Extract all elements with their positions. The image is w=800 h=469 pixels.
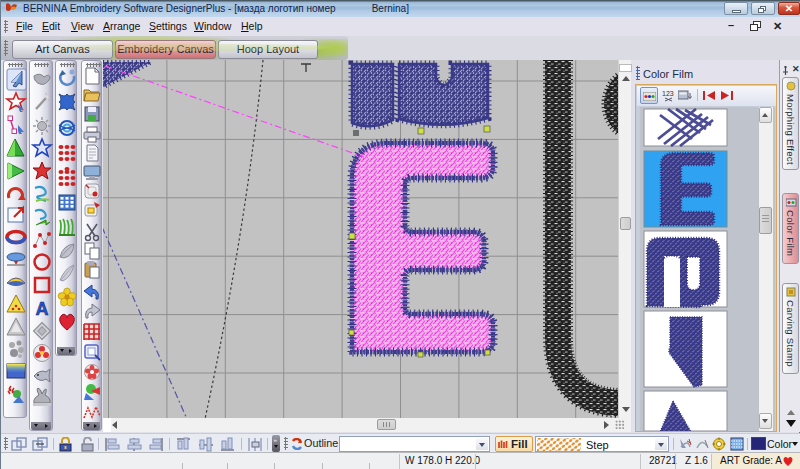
svg-text:A: A	[36, 299, 49, 319]
svg-text:123: 123	[662, 90, 674, 97]
